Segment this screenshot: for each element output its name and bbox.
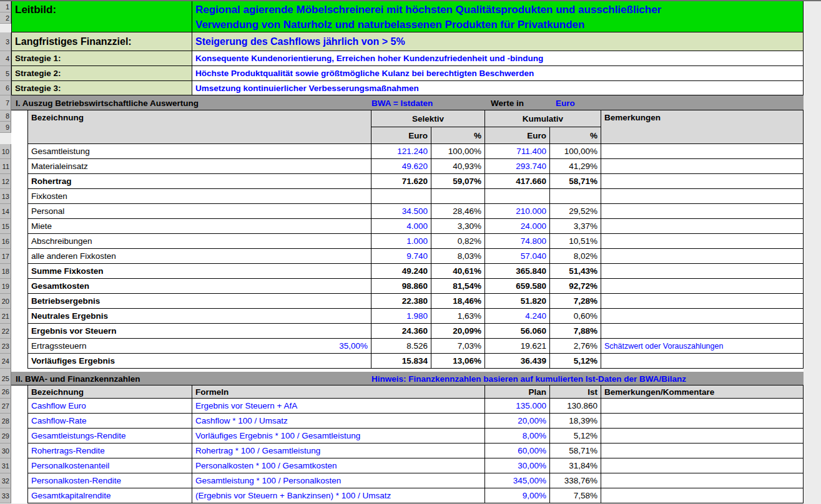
leitbild-label-cell[interactable]: Leitbild: — [11, 1, 192, 32]
cell-formel[interactable]: (Ergebnis vor Steuern + Bankzinsen) * 10… — [192, 488, 485, 503]
cell-kumulativ-pct[interactable]: 41,29% — [550, 159, 601, 174]
cell-ist[interactable]: 58,71% — [550, 443, 601, 458]
section2-header-bar[interactable]: II. BWA- und Finanzkennzahlen Hinweis: F… — [11, 372, 804, 385]
cell-ist[interactable]: 338,76% — [550, 473, 601, 488]
cell-bemerkung[interactable] — [601, 249, 804, 264]
cell-bezeichnung[interactable]: Abschreibungen — [27, 234, 371, 249]
cell-formel[interactable]: Gesamtleistung * 100 / Personalkosten — [192, 473, 485, 488]
cell-kumulativ-pct[interactable]: 3,37% — [550, 219, 601, 234]
header-selektiv-pct[interactable]: % — [431, 127, 485, 144]
cell-bemerkung[interactable] — [601, 458, 804, 473]
cell-bemerkung[interactable] — [601, 234, 804, 249]
cell-bemerkung[interactable]: Schätzwert oder Vorauszahlungen — [601, 339, 804, 354]
cell-selektiv-euro[interactable]: 15.834 — [371, 354, 431, 369]
cell-selektiv-euro[interactable]: 24.360 — [371, 324, 431, 339]
cell-bemerkung[interactable] — [601, 294, 804, 309]
cell-bezeichnung[interactable]: alle anderen Fixkosten — [27, 249, 371, 264]
cell-kumulativ-euro[interactable]: 57.040 — [485, 249, 550, 264]
row-number[interactable]: 3 — [0, 32, 11, 51]
cell-kennzahl[interactable]: Personalkosten-Rendite — [27, 473, 192, 488]
cell-selektiv-pct[interactable]: 3,30% — [431, 219, 485, 234]
row-number[interactable]: 13 — [0, 189, 11, 204]
cell-bemerkung[interactable] — [601, 279, 804, 294]
cell-kumulativ-euro[interactable]: 74.800 — [485, 234, 550, 249]
header-bezeichnung[interactable]: Bezeichnung — [27, 385, 192, 399]
cell-kumulativ-pct[interactable]: 8,02% — [550, 249, 601, 264]
cell-bezeichnung[interactable]: Ergebnis vor Steuern — [27, 324, 371, 339]
cell-kumulativ-euro[interactable]: 36.439 — [485, 354, 550, 369]
cell-kumulativ-pct[interactable]: 29,52% — [550, 204, 601, 219]
cell-kumulativ-euro[interactable]: 417.660 — [485, 174, 550, 189]
header-formeln[interactable]: Formeln — [192, 385, 485, 399]
cell-bemerkung[interactable] — [601, 399, 804, 414]
cell-ist[interactable]: 130.860 — [550, 399, 601, 414]
row-number[interactable]: 2 — [0, 12, 11, 24]
cell-selektiv-pct[interactable]: 28,46% — [431, 204, 485, 219]
cell-selektiv-euro[interactable]: 9.740 — [371, 249, 431, 264]
row-number[interactable]: 25 — [0, 372, 11, 385]
row-number[interactable]: 17 — [0, 249, 11, 264]
header-bemerkungen[interactable]: Bemerkungen — [601, 110, 804, 144]
cell-selektiv-pct[interactable]: 40,61% — [431, 264, 485, 279]
cell-kumulativ-pct[interactable]: 92,72% — [550, 279, 601, 294]
row-number[interactable]: 4 — [0, 51, 11, 66]
row-number[interactable]: 26 — [0, 385, 11, 399]
cell-plan[interactable]: 60,00% — [485, 443, 550, 458]
cell-bemerkung[interactable] — [601, 443, 804, 458]
cell-ist[interactable]: 7,58% — [550, 488, 601, 503]
cell-plan[interactable]: 135.000 — [485, 399, 550, 414]
cell-bemerkung[interactable] — [601, 414, 804, 429]
cell-bezeichnung[interactable]: Rohertrag — [27, 174, 371, 189]
cell-kumulativ-euro[interactable]: 24.000 — [485, 219, 550, 234]
cell-kumulativ-euro[interactable]: 19.621 — [485, 339, 550, 354]
cell-bemerkung[interactable] — [601, 309, 804, 324]
cell-selektiv-euro[interactable]: 121.240 — [371, 144, 431, 159]
row-number[interactable]: 22 — [0, 324, 11, 339]
strategie-2-text-cell[interactable]: Höchste Produktqualität sowie größtmögli… — [192, 66, 804, 81]
header-ist[interactable]: Ist — [550, 385, 601, 399]
row-number[interactable]: 21 — [0, 309, 11, 324]
strategie-1-label-cell[interactable]: Strategie 1: — [11, 51, 192, 66]
cell-selektiv-pct[interactable]: 8,03% — [431, 249, 485, 264]
cell-bemerkung[interactable] — [601, 144, 804, 159]
cell-selektiv-euro[interactable] — [371, 189, 431, 204]
cell-selektiv-euro[interactable]: 98.860 — [371, 279, 431, 294]
cell-bezeichnung[interactable]: Miete — [27, 219, 371, 234]
section1-header-bar[interactable]: I. Auszug Betriebswirtschaftliche Auswer… — [11, 95, 804, 110]
cell-bemerkung[interactable] — [601, 174, 804, 189]
cell-selektiv-pct[interactable]: 20,09% — [431, 324, 485, 339]
cell-selektiv-pct[interactable] — [431, 189, 485, 204]
cell-selektiv-euro[interactable]: 1.000 — [371, 234, 431, 249]
cell-plan[interactable]: 30,00% — [485, 458, 550, 473]
finanzziel-label-cell[interactable]: Langfristiges Finanzziel: — [11, 32, 192, 51]
cell-bezeichnung[interactable]: Vorläufiges Ergebnis — [27, 354, 371, 369]
cell-bezeichnung[interactable]: Summe Fixkosten — [27, 264, 371, 279]
header-bemerkungen-kommentare[interactable]: Bemerkungen/Kommentare — [601, 385, 804, 399]
cell-formel[interactable]: Vorläufiges Ergebnis * 100 / Gesamtleist… — [192, 429, 485, 443]
cell-bemerkung[interactable] — [601, 219, 804, 234]
cell-selektiv-euro[interactable]: 71.620 — [371, 174, 431, 189]
row-number[interactable]: 15 — [0, 219, 11, 234]
header-bezeichnung[interactable]: Bezeichnung — [27, 110, 371, 144]
cell-bezeichnung[interactable]: Fixkosten — [27, 189, 371, 204]
row-number[interactable]: 24 — [0, 354, 11, 369]
cell-kumulativ-euro[interactable]: 51.820 — [485, 294, 550, 309]
cell-selektiv-pct[interactable]: 81,54% — [431, 279, 485, 294]
cell-kumulativ-euro[interactable]: 56.060 — [485, 324, 550, 339]
strategie-2-label-cell[interactable]: Strategie 2: — [11, 66, 192, 81]
cell-selektiv-euro[interactable]: 49.240 — [371, 264, 431, 279]
cell-kumulativ-euro[interactable] — [485, 189, 550, 204]
row-number[interactable]: 20 — [0, 294, 11, 309]
cell-bemerkung[interactable] — [601, 324, 804, 339]
row-number[interactable]: 27 — [0, 399, 11, 414]
cell-bemerkung[interactable] — [601, 204, 804, 219]
strategie-3-label-cell[interactable]: Strategie 3: — [11, 81, 192, 95]
row-number[interactable]: 23 — [0, 339, 11, 354]
cell-selektiv-euro[interactable]: 1.980 — [371, 309, 431, 324]
cell-kumulativ-pct[interactable]: 7,28% — [550, 294, 601, 309]
strategie-1-text-cell[interactable]: Konsequente Kundenorientierung, Erreiche… — [192, 51, 804, 66]
cell-bezeichnung[interactable]: Gesamtleistung — [27, 144, 371, 159]
row-number[interactable]: 18 — [0, 264, 11, 279]
cell-plan[interactable]: 9,00% — [485, 488, 550, 503]
header-selektiv-euro[interactable]: Euro — [371, 127, 431, 144]
